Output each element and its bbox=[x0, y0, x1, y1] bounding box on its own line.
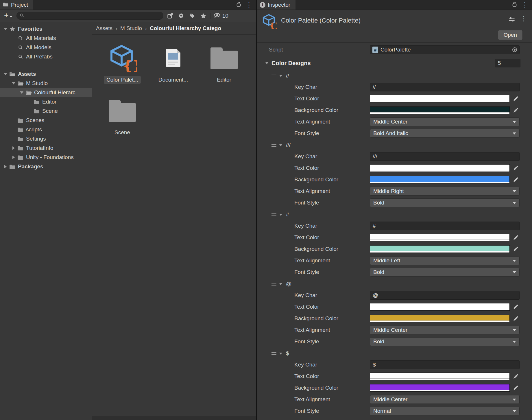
font-style-dropdown[interactable]: Bold bbox=[370, 337, 520, 346]
text-color-swatch[interactable] bbox=[370, 303, 510, 311]
caret-expanded-icon[interactable] bbox=[2, 69, 9, 79]
search-by-label-icon[interactable] bbox=[188, 12, 196, 20]
font-style-dropdown[interactable]: Normal bbox=[370, 407, 520, 415]
eyedropper-icon[interactable] bbox=[512, 234, 520, 241]
color-designs-foldout[interactable]: Color Designs bbox=[257, 57, 532, 69]
array-size-field[interactable] bbox=[495, 59, 520, 67]
breadcrumb-item[interactable]: M Studio bbox=[120, 25, 142, 32]
tree-item-unity-foundations[interactable]: Unity - Foundations bbox=[0, 153, 92, 162]
asset-item-palette-0[interactable]: {}Color Palet... bbox=[99, 43, 145, 84]
tree-item-scenes[interactable]: Scenes bbox=[0, 116, 92, 125]
tree-item-scene[interactable]: Scene bbox=[0, 106, 92, 116]
search-by-type-icon[interactable] bbox=[177, 12, 185, 20]
entry-foldout[interactable]: // bbox=[257, 70, 532, 81]
text-color-swatch[interactable] bbox=[370, 95, 510, 102]
tree-item-tutorialinfo[interactable]: TutorialInfo bbox=[0, 143, 92, 153]
eyedropper-icon[interactable] bbox=[512, 303, 520, 311]
tree-item-all-models[interactable]: All Models bbox=[0, 43, 92, 52]
background-color-swatch[interactable] bbox=[370, 315, 510, 322]
key-char-field[interactable]: @ bbox=[370, 291, 520, 300]
tree-item-editor[interactable]: Editor bbox=[0, 97, 92, 106]
caret-collapsed-icon[interactable] bbox=[2, 162, 9, 171]
csharp-script-icon: # bbox=[372, 47, 378, 53]
presets-icon[interactable] bbox=[508, 17, 515, 22]
asset-item-document-1[interactable]: Document... bbox=[150, 43, 196, 84]
eyedropper-icon[interactable] bbox=[512, 164, 520, 172]
entry-foldout[interactable]: $ bbox=[257, 348, 532, 359]
breadcrumb-item[interactable]: Assets bbox=[96, 25, 112, 32]
background-color-swatch[interactable] bbox=[370, 384, 510, 392]
lock-icon[interactable] bbox=[512, 1, 517, 8]
drag-handle-icon[interactable] bbox=[271, 352, 276, 355]
tree-item-favorites[interactable]: Favorites bbox=[0, 24, 92, 34]
saved-search-star-icon[interactable] bbox=[199, 12, 207, 20]
text-alignment-dropdown[interactable]: Middle Center bbox=[370, 326, 520, 334]
search-input[interactable] bbox=[26, 13, 160, 19]
text-alignment-dropdown[interactable]: Middle Center bbox=[370, 117, 520, 126]
inspector-panel: i Inspector ⋮ {} Color Palette (Color Pa… bbox=[257, 0, 532, 420]
key-char-field[interactable]: # bbox=[370, 222, 520, 230]
caret-expanded-icon[interactable] bbox=[10, 79, 17, 88]
tab-project[interactable]: Project bbox=[0, 0, 33, 10]
drag-handle-icon[interactable] bbox=[271, 213, 276, 216]
drag-handle-icon[interactable] bbox=[271, 144, 276, 147]
eyedropper-icon[interactable] bbox=[512, 106, 520, 114]
key-char-field[interactable]: /// bbox=[370, 152, 520, 161]
create-asset-button[interactable]: + bbox=[3, 12, 14, 19]
asset-zoom-strip[interactable] bbox=[92, 416, 256, 420]
asset-item-folder-3[interactable]: Scene bbox=[99, 95, 145, 137]
text-alignment-dropdown[interactable]: Middle Center bbox=[370, 395, 520, 404]
project-search-field[interactable] bbox=[16, 12, 163, 20]
tree-item-all-prefabs[interactable]: All Prefabs bbox=[0, 52, 92, 61]
background-color-swatch[interactable] bbox=[370, 106, 510, 114]
eyedropper-icon[interactable] bbox=[512, 315, 520, 322]
eyedropper-icon[interactable] bbox=[512, 95, 520, 102]
tree-item-settings[interactable]: Settings bbox=[0, 134, 92, 143]
asset-item-folder-2[interactable]: Editor bbox=[201, 43, 247, 84]
caret-collapsed-icon[interactable] bbox=[10, 143, 17, 153]
background-color-swatch[interactable] bbox=[370, 245, 510, 253]
tree-item-assets[interactable]: Assets bbox=[0, 69, 92, 79]
background-color-swatch[interactable] bbox=[370, 176, 510, 183]
hidden-count-toggle[interactable]: 10 bbox=[213, 12, 229, 20]
caret-collapsed-icon[interactable] bbox=[10, 153, 17, 162]
drag-handle-icon[interactable] bbox=[271, 75, 276, 77]
entry-foldout[interactable]: @ bbox=[257, 279, 532, 290]
lock-icon[interactable] bbox=[236, 1, 241, 8]
font-style-dropdown[interactable]: Bold bbox=[370, 268, 520, 277]
eyedropper-icon[interactable] bbox=[512, 373, 520, 380]
tree-item-packages[interactable]: Packages bbox=[0, 162, 92, 171]
caret-expanded-icon[interactable] bbox=[19, 88, 25, 97]
script-object-field[interactable]: # ColorPalette bbox=[370, 45, 520, 54]
font-style-dropdown[interactable]: Bold And Italic bbox=[370, 129, 520, 138]
tree-item-colourful-hierarchy[interactable]: Colourful Hierarc bbox=[0, 88, 92, 97]
text-color-swatch[interactable] bbox=[370, 164, 510, 172]
kebab-menu-icon[interactable]: ⋮ bbox=[520, 16, 527, 22]
tree-item-scripts[interactable]: scripts bbox=[0, 125, 92, 134]
open-button[interactable]: Open bbox=[498, 30, 523, 40]
text-color-swatch[interactable] bbox=[370, 234, 510, 241]
key-char-field[interactable]: $ bbox=[370, 360, 520, 369]
key-char-field[interactable]: // bbox=[370, 83, 520, 91]
eyedropper-icon[interactable] bbox=[512, 176, 520, 183]
eyedropper-icon[interactable] bbox=[512, 245, 520, 253]
text-color-field bbox=[370, 303, 520, 311]
tree-item-label: TutorialInfo bbox=[26, 145, 53, 151]
tab-inspector[interactable]: i Inspector bbox=[257, 0, 295, 10]
text-color-swatch[interactable] bbox=[370, 373, 510, 380]
entry-foldout[interactable]: /// bbox=[257, 140, 532, 151]
tree-item-m-studio[interactable]: M Studio bbox=[0, 79, 92, 88]
font-style-dropdown[interactable]: Bold bbox=[370, 198, 520, 207]
open-in-new-window-icon[interactable] bbox=[166, 12, 174, 20]
drag-handle-icon[interactable] bbox=[271, 283, 276, 285]
eyedropper-icon[interactable] bbox=[512, 384, 520, 392]
tree-item-all-materials[interactable]: All Materials bbox=[0, 34, 92, 43]
kebab-menu-icon[interactable]: ⋮ bbox=[246, 2, 252, 8]
text-alignment-dropdown[interactable]: Middle Left bbox=[370, 256, 520, 265]
caret-expanded-icon[interactable] bbox=[2, 24, 9, 34]
object-picker-icon[interactable] bbox=[512, 47, 517, 52]
breadcrumb-item[interactable]: Colourful Hierarchy Catego bbox=[150, 25, 221, 32]
entry-foldout[interactable]: # bbox=[257, 209, 532, 220]
kebab-menu-icon[interactable]: ⋮ bbox=[522, 2, 528, 8]
text-alignment-dropdown[interactable]: Middle Right bbox=[370, 187, 520, 196]
